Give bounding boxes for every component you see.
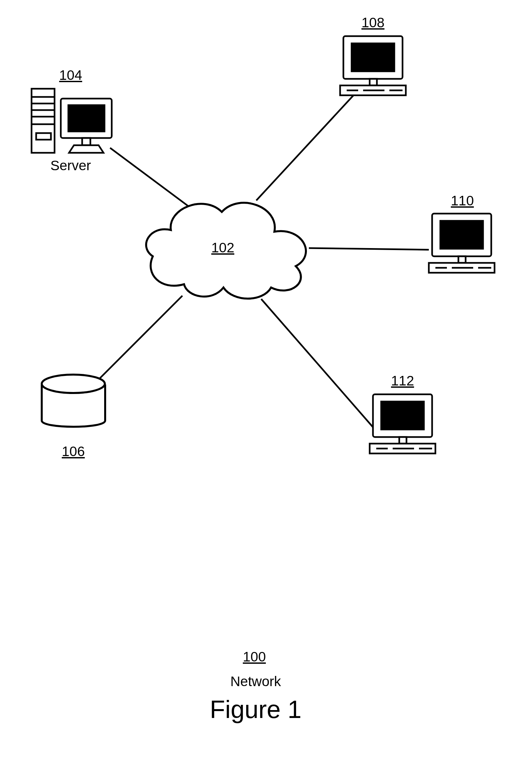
cloud-ref-label: 102 <box>210 240 236 256</box>
svg-rect-24 <box>458 256 466 263</box>
client-computer-110 <box>427 210 496 276</box>
client-110-ref-label: 110 <box>449 193 476 209</box>
svg-rect-11 <box>36 133 51 140</box>
svg-line-3 <box>95 296 182 383</box>
overall-word-label: Network <box>228 674 283 690</box>
svg-rect-16 <box>352 44 394 71</box>
svg-rect-30 <box>381 401 424 429</box>
svg-line-4 <box>261 299 373 427</box>
client-112-ref-label: 112 <box>389 373 416 389</box>
figure-title: Figure 1 <box>206 695 305 723</box>
overall-ref-label: 100 <box>241 649 267 665</box>
svg-rect-13 <box>68 105 104 132</box>
database-ref-label: 106 <box>60 444 86 459</box>
svg-line-2 <box>309 248 429 250</box>
svg-rect-14 <box>82 138 90 145</box>
server-word-label: Server <box>48 158 94 173</box>
svg-rect-23 <box>440 221 483 249</box>
client-computer-108 <box>339 33 407 99</box>
svg-point-36 <box>42 375 105 393</box>
svg-rect-5 <box>32 89 54 153</box>
svg-line-1 <box>256 92 357 200</box>
diagram-stage: 102 104 Server 106 108 110 112 100 Netwo… <box>0 0 532 763</box>
svg-rect-17 <box>370 79 377 85</box>
server-ref-label: 104 <box>57 67 84 83</box>
database-icon <box>38 371 110 437</box>
client-computer-112 <box>368 391 437 457</box>
svg-rect-31 <box>399 437 406 444</box>
client-108-ref-label: 108 <box>360 15 386 31</box>
server-icon <box>30 85 115 158</box>
